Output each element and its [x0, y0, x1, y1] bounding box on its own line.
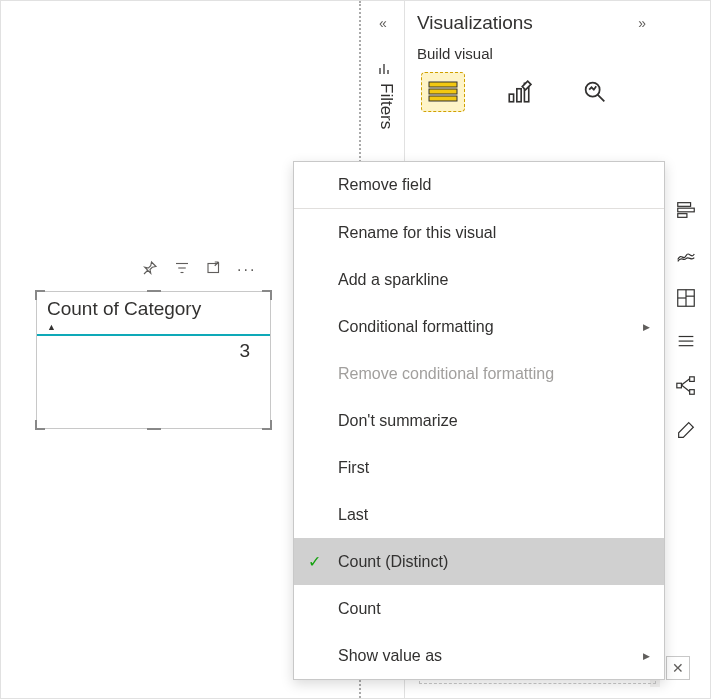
analytics-tab[interactable]	[573, 72, 617, 112]
stacked-bar-icon[interactable]	[672, 196, 700, 224]
svg-rect-26	[689, 377, 694, 382]
menu-item-last[interactable]: Last	[294, 491, 664, 538]
svg-rect-15	[677, 203, 690, 207]
menu-item-first[interactable]: First	[294, 444, 664, 491]
menu-item-label: First	[338, 459, 369, 477]
svg-rect-27	[689, 390, 694, 395]
check-icon: ✓	[308, 552, 321, 571]
menu-item-label: Show value as	[338, 647, 442, 665]
menu-item-label: Last	[338, 506, 368, 524]
svg-rect-16	[677, 208, 694, 212]
menu-item-label: Remove conditional formatting	[338, 365, 554, 383]
menu-item-count-distinct-[interactable]: ✓Count (Distinct)	[294, 538, 664, 585]
collapse-viz-icon[interactable]: »	[634, 11, 650, 35]
svg-rect-25	[676, 383, 681, 388]
pin-icon[interactable]	[141, 259, 159, 281]
decomposition-tree-icon[interactable]	[672, 372, 700, 400]
svg-rect-8	[429, 89, 457, 94]
menu-item-label: Count (Distinct)	[338, 553, 448, 571]
menu-item-label: Count	[338, 600, 381, 618]
card-visual[interactable]: Count of Category ▲ 3	[36, 291, 271, 429]
menu-item-count[interactable]: Count	[294, 585, 664, 632]
visual-column-header[interactable]: Count of Category ▲	[37, 292, 270, 336]
menu-item-label: Don't summarize	[338, 412, 458, 430]
viz-tabs	[417, 72, 650, 112]
menu-item-remove-conditional-formatting: Remove conditional formatting	[294, 350, 664, 397]
menu-item-don-t-summarize[interactable]: Don't summarize	[294, 397, 664, 444]
visual-title-text: Count of Category	[47, 298, 201, 319]
resize-handle-bl[interactable]	[35, 420, 45, 430]
menu-item-label: Remove field	[338, 176, 431, 194]
menu-item-conditional-formatting[interactable]: Conditional formatting	[294, 303, 664, 350]
menu-item-show-value-as[interactable]: Show value as	[294, 632, 664, 679]
svg-line-29	[681, 385, 689, 391]
menu-item-rename-for-this-visual[interactable]: Rename for this visual	[294, 209, 664, 256]
more-options-icon[interactable]: ···	[237, 261, 256, 279]
resize-handle-br[interactable]	[262, 420, 272, 430]
svg-rect-10	[509, 94, 513, 102]
svg-line-14	[597, 94, 604, 101]
multirow-card-icon[interactable]	[672, 328, 700, 356]
svg-rect-11	[517, 89, 521, 102]
svg-line-28	[681, 379, 689, 385]
svg-rect-17	[677, 214, 686, 218]
svg-rect-3	[208, 264, 219, 273]
visual-gallery-strip	[661, 1, 710, 698]
menu-item-add-a-sparkline[interactable]: Add a sparkline	[294, 256, 664, 303]
eraser-icon[interactable]	[672, 416, 700, 444]
field-context-menu: Remove fieldRename for this visualAdd a …	[293, 161, 665, 680]
visual-value: 3	[37, 336, 270, 362]
resize-handle-bm[interactable]	[147, 420, 161, 430]
build-visual-label: Build visual	[417, 45, 650, 62]
filter-icon[interactable]	[173, 259, 191, 281]
sort-asc-icon: ▲	[47, 322, 260, 332]
filters-label[interactable]: Filters	[376, 83, 396, 129]
format-visual-tab[interactable]	[497, 72, 541, 112]
treemap-icon[interactable]	[672, 284, 700, 312]
svg-rect-7	[429, 82, 457, 87]
menu-item-remove-field[interactable]: Remove field	[294, 162, 664, 209]
menu-item-label: Rename for this visual	[338, 224, 496, 242]
svg-rect-9	[429, 96, 457, 101]
visualizations-title: Visualizations	[417, 12, 533, 34]
visual-header-toolbar: ···	[141, 259, 256, 281]
build-visual-tab[interactable]	[421, 72, 465, 112]
chart-icon	[377, 61, 393, 81]
expand-filters-icon[interactable]: «	[373, 9, 393, 37]
ribbon-chart-icon[interactable]	[672, 240, 700, 268]
menu-item-label: Add a sparkline	[338, 271, 448, 289]
remove-field-button[interactable]: ✕	[666, 656, 690, 680]
menu-item-label: Conditional formatting	[338, 318, 494, 336]
focus-mode-icon[interactable]	[205, 259, 223, 281]
